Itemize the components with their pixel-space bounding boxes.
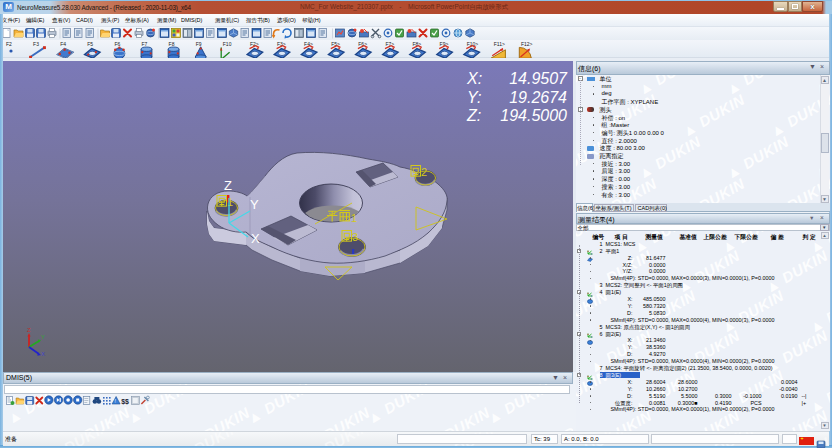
svg-text:194.5000: 194.5000 — [500, 107, 567, 124]
svg-text:F12>: F12> — [521, 41, 533, 47]
svg-text:Z: Z — [224, 178, 232, 193]
svg-text:F3: F3 — [33, 41, 39, 47]
svg-text:X: X — [42, 351, 46, 358]
svg-text:Z:: Z: — [466, 107, 481, 124]
svg-text:Z: Z — [27, 327, 31, 333]
svg-text:F10: F10 — [223, 41, 232, 47]
svg-text:$$: $$ — [121, 398, 129, 406]
svg-text:19.2674: 19.2674 — [509, 89, 567, 106]
svg-text:X:: X: — [466, 70, 482, 87]
svg-text:X: X — [251, 231, 260, 246]
svg-text:Y:: Y: — [467, 89, 482, 106]
svg-text:F9: F9 — [196, 41, 202, 47]
svg-text:F8: F8 — [169, 41, 175, 47]
svg-text:F4: F4 — [60, 41, 66, 47]
svg-text:2: 2 — [421, 166, 427, 178]
svg-text:F11>: F11> — [494, 41, 505, 47]
svg-text:Y: Y — [41, 334, 45, 340]
svg-text:F6: F6 — [114, 41, 120, 47]
svg-text:1: 1 — [351, 212, 357, 224]
svg-text:F5: F5 — [87, 41, 93, 47]
svg-text:14.9507: 14.9507 — [509, 70, 568, 87]
svg-text:F7: F7 — [142, 41, 148, 47]
svg-text:3: 3 — [352, 231, 358, 243]
svg-text:Y: Y — [250, 197, 259, 212]
svg-text:F2: F2 — [6, 41, 12, 47]
svg-text:!: ! — [115, 398, 116, 404]
